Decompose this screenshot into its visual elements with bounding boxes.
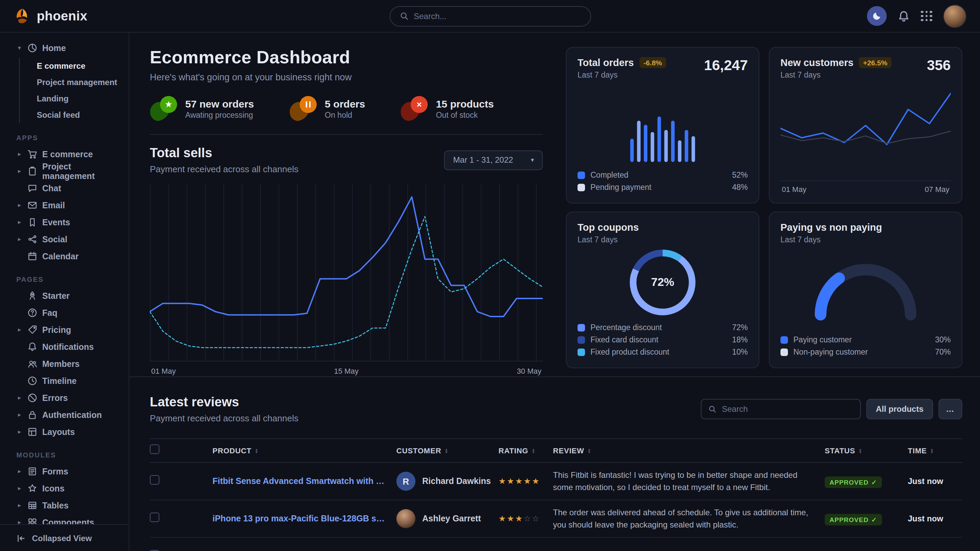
sidebar-item-tables[interactable]: ▸ Tables [16, 497, 123, 514]
user-avatar[interactable] [943, 5, 966, 27]
error-icon [27, 393, 37, 403]
more-options-button[interactable]: … [939, 399, 962, 419]
sidebar-item-project-management-dashboard[interactable]: Project management [37, 74, 123, 91]
row-checkbox[interactable] [150, 475, 159, 484]
stat-out-of-stock: × 15 products Out of stock [401, 96, 494, 121]
total-sells-subtitle: Payment received across all channels [150, 164, 298, 174]
icons-icon [27, 483, 37, 494]
total-sells-chart [150, 184, 543, 361]
sidebar-item-calendar[interactable]: Calendar [16, 248, 123, 265]
bell-icon [27, 342, 37, 352]
date-range-select[interactable]: Mar 1 - 31, 2022 ▾ [444, 150, 543, 170]
column-header-review[interactable]: REVIEW ▲▼ [553, 446, 825, 455]
sidebar-item-ecommerce-dashboard[interactable]: E commerce [37, 58, 123, 74]
status-badge: APPROVED✓ [825, 514, 882, 525]
sidebar-item-authentication[interactable]: ▸ Authentication [16, 407, 123, 423]
share-icon [27, 234, 37, 245]
sidebar-item-landing[interactable]: Landing [37, 91, 123, 107]
table-row [150, 538, 962, 551]
sidebar-item-components[interactable]: ▸ Components [16, 514, 123, 524]
row-checkbox[interactable] [150, 513, 159, 522]
notifications-button[interactable] [897, 10, 910, 22]
customer-avatar[interactable]: R [396, 472, 415, 491]
sidebar-item-social-feed[interactable]: Social feed [37, 107, 123, 123]
sort-icon: ▲▼ [255, 448, 258, 454]
customer-name: Ashley Garrett [422, 514, 481, 524]
column-header-time[interactable]: TIME ▲▼ [908, 446, 962, 455]
stat-new-orders: ★ 57 new orders Awating processing [150, 96, 254, 121]
column-header-rating[interactable]: RATING ▲▼ [498, 446, 553, 455]
global-search[interactable] [389, 6, 591, 26]
product-link[interactable]: iPhone 13 pro max-Pacific Blue-128GB sto… [213, 514, 396, 524]
sidebar-item-layouts[interactable]: ▸ Layouts [16, 423, 123, 440]
all-products-button[interactable]: All products [866, 399, 933, 419]
sidebar-item-starter[interactable]: Starter [16, 287, 123, 304]
column-header-customer[interactable]: CUSTOMER ▲▼ [396, 446, 498, 455]
column-header-status[interactable]: STATUS ▲▼ [825, 446, 908, 455]
pause-icon [306, 102, 310, 108]
stats-row: ★ 57 new orders Awating processing [150, 96, 543, 121]
customer-avatar[interactable] [396, 509, 415, 528]
sidebar-item-e-commerce[interactable]: ▸ E commerce [16, 146, 123, 163]
clock-icon [27, 376, 37, 386]
legend-item: Paying customer 30% [780, 333, 951, 346]
legend-item: Pending payment 48% [578, 181, 748, 193]
theme-toggle-button[interactable] [867, 6, 887, 26]
latest-reviews-section: Latest reviews Payment received across a… [129, 377, 980, 551]
sidebar-item-pricing[interactable]: ▸ Pricing [16, 321, 123, 338]
orders-bar-chart [578, 79, 748, 169]
sort-icon: ▲▼ [859, 448, 862, 454]
sidebar-item-home[interactable]: ▾ Home [16, 40, 123, 57]
apps-grid-button[interactable] [921, 11, 932, 21]
paying-gauge-chart [780, 244, 951, 333]
total-sells-header: Total sells Payment received across all … [150, 146, 543, 174]
sort-icon: ▲▼ [930, 448, 934, 454]
sidebar-item-errors[interactable]: ▸ Errors [16, 389, 123, 407]
sidebar-item-members[interactable]: Members [16, 355, 123, 372]
chevron-down-icon: ▾ [531, 157, 534, 164]
calendar-icon [27, 251, 37, 261]
collapse-sidebar-button[interactable]: Collapsed View [0, 524, 129, 551]
reviews-table: PRODUCT ▲▼ CUSTOMER ▲▼ RATING ▲▼ REVIE [150, 438, 962, 551]
form-icon [27, 466, 37, 476]
trend-badge: -6.8% [639, 57, 666, 68]
check-icon: ✓ [871, 478, 877, 486]
table-header-row: PRODUCT ▲▼ CUSTOMER ▲▼ RATING ▲▼ REVIE [150, 438, 962, 463]
sidebar-item-social[interactable]: ▸ Social [16, 231, 123, 248]
table-row: Fitbit Sense Advanced Smartwatch with To… [150, 463, 962, 500]
search-input[interactable] [414, 11, 581, 21]
home-icon [27, 43, 37, 53]
grid-icon [921, 11, 932, 21]
legend-marker [780, 336, 788, 343]
chevron-down-icon: ▾ [16, 45, 22, 51]
sidebar-item-project-management[interactable]: ▸ Project management [16, 163, 123, 180]
home-submenu: E commerce Project management Landing So… [19, 58, 123, 123]
legend-marker [578, 171, 585, 179]
sidebar-item-chat[interactable]: Chat [16, 180, 123, 197]
chat-icon [27, 183, 37, 193]
brand-logo[interactable]: phoenix [14, 7, 88, 25]
sidebar-item-faq[interactable]: Faq [16, 304, 123, 321]
sidebar-item-email[interactable]: ▸ Email [16, 197, 123, 214]
sidebar-item-icons[interactable]: ▸ Icons [16, 480, 123, 497]
sidebar-item-events[interactable]: ▸ Events [16, 214, 123, 231]
reviews-subtitle: Payment received across all channels [150, 413, 298, 423]
product-link[interactable]: Fitbit Sense Advanced Smartwatch with To… [213, 476, 396, 486]
sidebar-item-timeline[interactable]: Timeline [16, 372, 123, 389]
sidebar-item-forms[interactable]: ▸ Forms [16, 463, 123, 480]
card-title: Top coupons [578, 222, 748, 233]
divider [150, 134, 543, 135]
moon-icon [872, 11, 882, 21]
column-header-product[interactable]: PRODUCT ▲▼ [213, 446, 396, 455]
select-all-checkbox[interactable] [150, 445, 159, 454]
new-customers-card: New customers +26.5% Last 7 days 356 01 [769, 47, 962, 203]
page-title: Ecommerce Dashboard [150, 47, 543, 68]
reviews-search[interactable] [701, 399, 861, 419]
legend-marker [578, 183, 585, 191]
chevron-right-icon: ▸ [16, 151, 22, 157]
reviews-search-input[interactable] [722, 404, 853, 414]
sort-icon: ▲▼ [445, 448, 449, 454]
sidebar-item-notifications[interactable]: Notifications [16, 338, 123, 355]
section-label-apps: APPS [16, 134, 123, 141]
legend-marker [780, 348, 788, 356]
